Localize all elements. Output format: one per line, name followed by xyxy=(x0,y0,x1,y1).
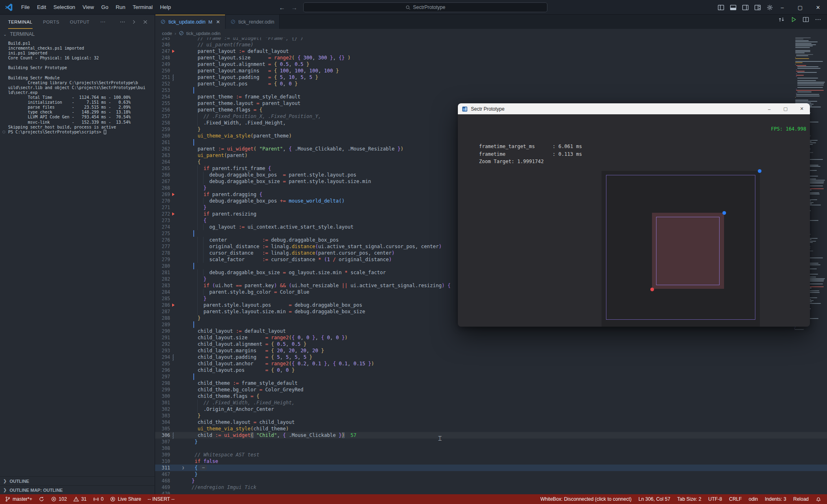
code-line[interactable]: 300 child_theme.flags = { xyxy=(155,393,827,399)
more-actions-icon[interactable] xyxy=(815,16,821,23)
code-line[interactable]: 467 } xyxy=(155,471,827,478)
status-item-ln-306-col-57[interactable]: Ln 306, Col 57 xyxy=(639,496,670,502)
close-icon[interactable]: ✕ xyxy=(216,19,220,25)
code-line[interactable]: 297 xyxy=(155,373,827,380)
code-line[interactable]: 308 xyxy=(155,445,827,452)
customize-layout-icon[interactable] xyxy=(754,4,761,11)
terminal-prompt[interactable]: PS C:\projects\SectrPrototype\scripts> xyxy=(8,130,155,135)
menu-item-edit[interactable]: Edit xyxy=(33,2,50,12)
code-line[interactable]: 306 child := ui_widget( "Child", { .Mous… xyxy=(155,432,827,439)
fold-chevron-icon[interactable]: ❯ xyxy=(182,465,184,471)
status-item-crlf[interactable]: CRLF xyxy=(729,496,742,502)
code-line[interactable]: 298 child_theme := frame_style_default xyxy=(155,380,827,386)
handle-dot-blue[interactable] xyxy=(758,169,761,173)
app-close-button[interactable]: ✕ xyxy=(794,103,810,114)
breadcrumb-folder[interactable]: code xyxy=(162,31,172,36)
panel-tab-terminal[interactable]: TERMINAL xyxy=(8,15,33,29)
status-item-indents-3[interactable]: Indents: 3 xyxy=(765,496,786,502)
code-line[interactable]: 293 child_layout.margins = { 20, 20, 20,… xyxy=(155,347,827,354)
code-line[interactable]: 310 if false xyxy=(155,458,827,465)
status-item-sync-icon[interactable] xyxy=(39,496,44,502)
split-editor-icon[interactable] xyxy=(803,16,809,23)
split-columns-icon[interactable] xyxy=(718,4,724,11)
menu-item-run[interactable]: Run xyxy=(112,2,129,12)
code-line[interactable]: 248 parent_layout.size = range2( { 300, … xyxy=(155,55,827,61)
run-icon[interactable] xyxy=(790,16,797,23)
status-item-reload[interactable]: Reload xyxy=(793,496,809,502)
code-line[interactable]: 299 child_theme.bg_color = Color_GreyRed xyxy=(155,386,827,393)
status-item-bell-icon[interactable] xyxy=(816,496,821,502)
code-line[interactable]: 292 child_layout.alignment = { 0.5, 0.5 … xyxy=(155,341,827,347)
status-item-utf-8[interactable]: UTF-8 xyxy=(708,496,722,502)
menu-item-file[interactable]: File xyxy=(18,2,33,12)
menu-item-selection[interactable]: Selection xyxy=(50,2,79,12)
code-line[interactable]: 302 .Origin_At_Anchor_Center xyxy=(155,406,827,412)
app-minimize-button[interactable]: – xyxy=(761,103,777,114)
sidebar-section-outline-map[interactable]: ❯ OUTLINE MAP: OUTLINE xyxy=(0,485,155,494)
nav-forward-icon[interactable]: → xyxy=(290,3,299,12)
window-maximize-button[interactable]: ▢ xyxy=(791,0,809,15)
status-item-whitebox-disconnected-click-to-connect[interactable]: WhiteBox: Disconnected (click to connect… xyxy=(540,496,632,502)
code-line[interactable]: 250 parent_layout.margins = { 100, 100, … xyxy=(155,68,827,74)
sync-changes-icon[interactable] xyxy=(778,16,785,23)
editor-tab-tick-update-odin[interactable]: tick_update.odinM✕ xyxy=(155,15,225,29)
terminal-section-header[interactable]: ⌄ TERMINAL xyxy=(0,29,155,39)
menu-item-go[interactable]: Go xyxy=(98,2,112,12)
code-line[interactable]: 247 parent_layout := default_layout xyxy=(155,48,827,55)
menu-item-view[interactable]: View xyxy=(79,2,98,12)
window-minimize-button[interactable]: – xyxy=(773,0,791,15)
code-line[interactable]: 254 parent_theme := frame_style_default xyxy=(155,94,827,100)
menu-item-help[interactable]: Help xyxy=(156,2,175,12)
code-line[interactable]: 296 child_layout.pos = { 0, 0 } xyxy=(155,367,827,373)
menu-item-terminal[interactable]: Terminal xyxy=(129,2,156,12)
code-line[interactable]: 251 parent_layout.padding = { 5, 10, 5, … xyxy=(155,74,827,81)
code-line[interactable]: 301 // .Fixed_Width, .Fixed_Height, xyxy=(155,399,827,406)
code-line[interactable]: 246 // ui_parent(frame) xyxy=(155,41,827,48)
code-line[interactable]: 470 xyxy=(155,491,827,494)
panel-bottom-icon[interactable] xyxy=(730,4,737,11)
code-line[interactable]: 469//endregion Imgui Tick xyxy=(155,484,827,491)
code-line[interactable]: 252 parent_layout.pos = { 0, 0 } xyxy=(155,81,827,87)
code-line[interactable]: 305 ui_theme_via_style(child_theme) xyxy=(155,425,827,432)
code-line[interactable]: 468} xyxy=(155,478,827,484)
command-center-search[interactable]: SectrPrototype xyxy=(303,2,547,12)
app-title-bar[interactable]: Sectr Prototype –▢✕ xyxy=(458,103,810,114)
code-line[interactable]: 303 } xyxy=(155,412,827,419)
status-item-odin[interactable]: odin xyxy=(749,496,758,502)
more-actions-icon[interactable] xyxy=(120,19,125,25)
handle-dot-red[interactable] xyxy=(650,288,654,291)
code-line[interactable]: 245 // frame := ui_widget( "Frame", {} ) xyxy=(155,37,827,41)
code-line[interactable]: 249 parent_layout.alignment = { 0.5, 0.5… xyxy=(155,61,827,68)
fold-ellipsis[interactable]: ⋯ xyxy=(200,465,207,470)
code-line[interactable]: 311❯ {⋯ xyxy=(155,465,827,471)
code-line[interactable]: 307 } xyxy=(155,439,827,445)
code-line[interactable]: 309 // Whitespace AST test xyxy=(155,452,827,458)
sidebar-right-icon[interactable] xyxy=(742,4,749,11)
code-line[interactable]: 294 child_layout.padding = { 5, 5, 5, 5 … xyxy=(155,354,827,360)
panel-tab-ports[interactable]: PORTS xyxy=(43,15,59,29)
nav-back-icon[interactable]: ← xyxy=(278,3,287,12)
sectr-prototype-window[interactable]: Sectr Prototype –▢✕ FPS: 164.998 frameti… xyxy=(458,103,810,327)
code-line[interactable]: 295 child_layout.anchor = range2({ 0.2, … xyxy=(155,360,827,367)
status-item-102[interactable]: 102 xyxy=(51,496,67,502)
code-line[interactable]: 290 child_layout := default_layout xyxy=(155,328,827,334)
code-line[interactable]: 253 xyxy=(155,87,827,94)
app-maximize-button[interactable]: ▢ xyxy=(777,103,794,114)
status-item-0[interactable]: 0 xyxy=(93,496,104,502)
panel-tab-output[interactable]: OUTPUT xyxy=(70,15,90,29)
editor-tab-tick-render-odin[interactable]: tick_render.odin xyxy=(225,15,280,29)
code-line[interactable]: 291 child_layout.size = range2({ 0, 0 },… xyxy=(155,334,827,341)
sidebar-section-outline[interactable]: ❯ OUTLINE xyxy=(0,476,155,485)
gear-icon[interactable] xyxy=(766,4,773,11)
handle-dot-blue[interactable] xyxy=(722,211,726,215)
status-item-live-share[interactable]: Live Share xyxy=(110,496,141,502)
status-item-insert[interactable]: -- INSERT -- xyxy=(148,496,175,502)
breadcrumb-file[interactable]: tick_update.odin xyxy=(186,31,221,36)
panel-tabs-overflow-icon[interactable]: ⋯ xyxy=(100,19,105,25)
status-item-31[interactable]: 31 xyxy=(73,496,86,502)
close-icon[interactable] xyxy=(142,19,148,25)
status-item-tab-size-2[interactable]: Tab Size: 2 xyxy=(677,496,701,502)
chevron-right-icon[interactable] xyxy=(131,19,137,25)
code-line[interactable]: 304 child_theme.layout = child_layout xyxy=(155,419,827,425)
window-close-button[interactable]: ✕ xyxy=(809,0,827,15)
